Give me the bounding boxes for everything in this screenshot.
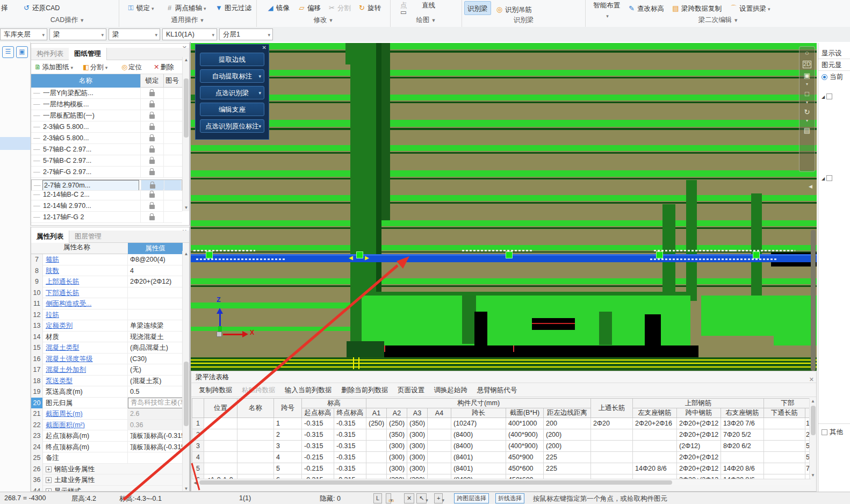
expand-icon[interactable]: +: [46, 466, 52, 472]
beam-table-cell[interactable]: [544, 474, 591, 479]
beam-table-cell[interactable]: (300): [407, 441, 428, 452]
property-name[interactable]: 混凝土类型: [43, 342, 128, 353]
beam-table-cell[interactable]: [633, 441, 677, 452]
beam-table-cell[interactable]: [428, 463, 451, 474]
property-value[interactable]: 现浇混凝土: [128, 332, 183, 342]
element-subtype-selector[interactable]: 梁▾: [109, 28, 160, 40]
beam-table-cell[interactable]: (200): [544, 429, 591, 441]
table-tool-icon[interactable]: ▤: [799, 124, 815, 137]
col-header[interactable]: 左支座钢筋: [633, 408, 677, 418]
beam-table-cell[interactable]: (300): [407, 474, 428, 479]
mirror-button[interactable]: ◢镜像: [266, 3, 290, 13]
sheet-row[interactable]: —一层Y向梁配筋...: [31, 88, 182, 99]
property-value[interactable]: (C30): [128, 354, 183, 364]
property-value[interactable]: (无): [128, 364, 183, 375]
beam-table-cell[interactable]: -0.315: [334, 474, 366, 479]
property-value[interactable]: 2Φ20+(2Φ12): [128, 276, 183, 287]
beam-table-cell[interactable]: 14Φ20 8/6: [633, 463, 677, 474]
property-row[interactable]: 8肢数4: [31, 265, 183, 277]
beam-table-cell[interactable]: -0.315: [334, 463, 366, 474]
property-value[interactable]: Φ8@200(4): [128, 254, 183, 265]
col-header[interactable]: 截面(B*H): [506, 408, 544, 418]
delete-sheet-button[interactable]: ✕删除: [154, 62, 174, 73]
swap-start-span-button[interactable]: 调换起始跨: [434, 383, 467, 397]
smart-layout-button[interactable]: 智能布置▾: [593, 0, 620, 11]
sheet-scrollbar[interactable]: ▲ ▼: [182, 57, 189, 211]
property-name[interactable]: 截面周长(m): [43, 408, 128, 419]
cross-layer-select-toggle[interactable]: 跨图层选择: [454, 493, 489, 503]
beam-table-cell[interactable]: [764, 441, 805, 452]
beam-table-vscrollbar[interactable]: ▲ ▼: [809, 398, 816, 479]
check-elevation-button[interactable]: ✎查改标高: [628, 3, 664, 14]
beam-table-cell[interactable]: [366, 441, 387, 452]
beam-table-cell[interactable]: [591, 474, 633, 479]
property-name[interactable]: 肢数: [43, 265, 128, 276]
element-type-selector[interactable]: 梁▾: [49, 28, 106, 40]
sheet-row[interactable]: —12-14轴B-C 2...: [31, 189, 182, 200]
beam-table-cell[interactable]: -0.315: [302, 429, 334, 441]
beam-table-cell[interactable]: 200: [544, 418, 591, 429]
property-row[interactable]: 21截面周长(m)2.6: [31, 408, 183, 420]
property-name[interactable]: 侧面构造或受...: [43, 298, 128, 309]
beam-table-cell[interactable]: 5: [274, 463, 302, 474]
tab-sheet-manager[interactable]: 图纸管理: [69, 48, 107, 60]
beam-table-cell[interactable]: [204, 452, 237, 463]
beam-table-cell[interactable]: (400*900): [506, 429, 544, 441]
beam-table-cell[interactable]: (400*900): [506, 441, 544, 452]
beam-table-cell[interactable]: 8Φ20 6/2: [721, 441, 764, 452]
tab-property-list[interactable]: 属性列表: [31, 231, 69, 243]
property-row[interactable]: 25备注: [31, 452, 183, 464]
beam-table-cell[interactable]: [428, 429, 451, 441]
list-view-icon[interactable]: ☰: [2, 46, 14, 58]
beam-table-cell[interactable]: -0.315: [334, 452, 366, 463]
beam-table-cell[interactable]: (300): [387, 463, 407, 474]
beam-table-cell[interactable]: -0.315: [302, 418, 334, 429]
beam-table-cell[interactable]: -0.315: [302, 474, 334, 479]
beam-table-cell[interactable]: (300): [387, 441, 407, 452]
property-row[interactable]: 23起点顶标高(m)顶板顶标高(-0.315): [31, 430, 183, 442]
property-name[interactable]: 拉筋: [43, 309, 128, 320]
rotate-view-icon[interactable]: ↻: [799, 106, 815, 119]
property-value[interactable]: 0.36: [128, 420, 183, 430]
col-header[interactable]: A3: [407, 408, 428, 418]
beam-table-cell[interactable]: [204, 441, 237, 452]
lock-cell[interactable]: [140, 212, 163, 223]
delete-current-column-button[interactable]: 删除当前列数据: [341, 383, 388, 397]
property-value[interactable]: 顶板顶标高(-0.315): [128, 430, 183, 441]
property-row[interactable]: 11侧面构造或受...: [31, 298, 183, 309]
beam-table-cell[interactable]: [428, 418, 451, 429]
extract-edge-button[interactable]: 提取边线: [200, 53, 264, 66]
restore-cad-button[interactable]: ↺还原CAD: [23, 3, 60, 13]
ribbon-group-label[interactable]: CAD操作▼: [16, 16, 119, 25]
lock-cell[interactable]: [140, 99, 163, 110]
property-name[interactable]: 截面面积(m²): [43, 420, 128, 430]
floor-selector[interactable]: 车库夹层▾: [0, 28, 47, 40]
property-row[interactable]: 24终点顶标高(m)顶板顶标高(-0.315): [31, 442, 183, 453]
scroll-up-icon[interactable]: ▲: [810, 398, 816, 405]
sheet-row[interactable]: —12-14轴 2.970...: [31, 200, 182, 212]
chevron-down-icon[interactable]: ▾: [799, 119, 815, 124]
beam-table-cell[interactable]: (300): [387, 452, 407, 463]
lock-cell[interactable]: [140, 110, 163, 121]
property-row[interactable]: 26+钢筋业务属性: [31, 464, 183, 475]
property-name[interactable]: 上部通长筋: [43, 276, 128, 287]
beam-table-cell[interactable]: 2Φ20: [591, 418, 633, 429]
sheet-row[interactable]: —5-7轴B-C 2.97...: [31, 155, 182, 167]
beam-table-cell[interactable]: -0.315: [302, 441, 334, 452]
scroll-up-icon[interactable]: ▲: [183, 57, 190, 63]
beam-table-cell[interactable]: (300): [407, 452, 428, 463]
current-floor-radio[interactable]: 当前: [818, 71, 850, 83]
property-row[interactable]: 16混凝土强度等级(C30): [31, 354, 183, 365]
lock-cell[interactable]: [140, 133, 163, 144]
scroll-down-icon[interactable]: ▼: [183, 486, 190, 492]
scroll-down-icon[interactable]: ▼: [810, 472, 816, 479]
cantilever-rebar-code-button[interactable]: 悬臂钢筋代号: [477, 383, 517, 397]
beam-table-cell[interactable]: [237, 474, 274, 479]
beam-table-cell[interactable]: [591, 429, 633, 441]
beam-table-cell[interactable]: (8400): [451, 474, 506, 479]
property-row[interactable]: 20图元归属青岛科技馆主楼(车库...: [31, 398, 183, 409]
property-name[interactable]: 泵送类型: [43, 376, 128, 386]
property-value[interactable]: 单梁连续梁: [128, 320, 183, 331]
beam-name-selector[interactable]: KL10(1A)▾: [162, 28, 217, 40]
click-recognize-beam-button[interactable]: 点选识别梁▾: [200, 86, 264, 99]
